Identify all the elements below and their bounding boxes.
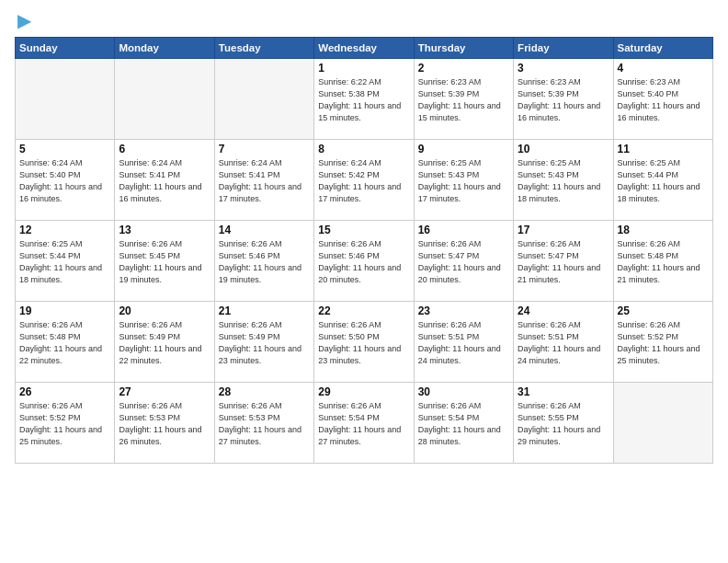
day-number: 14 bbox=[219, 224, 310, 236]
day-cell: 18Sunrise: 6:26 AM Sunset: 5:48 PM Dayli… bbox=[613, 221, 712, 302]
day-cell: 9Sunrise: 6:25 AM Sunset: 5:43 PM Daylig… bbox=[414, 140, 513, 221]
day-info: Sunrise: 6:25 AM Sunset: 5:43 PM Dayligh… bbox=[518, 157, 609, 205]
day-cell: 4Sunrise: 6:23 AM Sunset: 5:40 PM Daylig… bbox=[613, 59, 712, 140]
weekday-header-wednesday: Wednesday bbox=[314, 38, 414, 59]
day-info: Sunrise: 6:26 AM Sunset: 5:54 PM Dayligh… bbox=[318, 400, 409, 448]
day-info: Sunrise: 6:25 AM Sunset: 5:43 PM Dayligh… bbox=[418, 157, 509, 205]
day-info: Sunrise: 6:26 AM Sunset: 5:51 PM Dayligh… bbox=[518, 319, 609, 367]
day-cell: 28Sunrise: 6:26 AM Sunset: 5:53 PM Dayli… bbox=[214, 383, 313, 464]
day-number: 16 bbox=[418, 224, 509, 236]
day-info: Sunrise: 6:26 AM Sunset: 5:55 PM Dayligh… bbox=[518, 400, 609, 448]
day-info: Sunrise: 6:26 AM Sunset: 5:48 PM Dayligh… bbox=[618, 238, 709, 286]
day-number: 10 bbox=[518, 143, 609, 155]
day-cell: 29Sunrise: 6:26 AM Sunset: 5:54 PM Dayli… bbox=[314, 383, 414, 464]
day-number: 27 bbox=[119, 385, 210, 398]
day-info: Sunrise: 6:26 AM Sunset: 5:52 PM Dayligh… bbox=[618, 319, 709, 367]
header: ▶ bbox=[15, 9, 713, 31]
week-row-4: 19Sunrise: 6:26 AM Sunset: 5:48 PM Dayli… bbox=[16, 302, 713, 383]
day-info: Sunrise: 6:26 AM Sunset: 5:49 PM Dayligh… bbox=[119, 319, 210, 367]
weekday-header-monday: Monday bbox=[115, 38, 214, 59]
day-number: 18 bbox=[618, 224, 709, 236]
day-number: 22 bbox=[318, 304, 409, 317]
day-number: 4 bbox=[618, 62, 709, 75]
day-info: Sunrise: 6:26 AM Sunset: 5:51 PM Dayligh… bbox=[418, 319, 509, 367]
day-number: 26 bbox=[19, 385, 110, 398]
day-info: Sunrise: 6:23 AM Sunset: 5:39 PM Dayligh… bbox=[518, 76, 609, 124]
weekday-header-friday: Friday bbox=[514, 38, 613, 59]
day-number: 21 bbox=[219, 304, 310, 317]
weekday-header-row: SundayMondayTuesdayWednesdayThursdayFrid… bbox=[16, 38, 713, 59]
day-number: 5 bbox=[19, 143, 110, 155]
day-cell: 21Sunrise: 6:26 AM Sunset: 5:49 PM Dayli… bbox=[214, 302, 313, 383]
day-cell: 7Sunrise: 6:24 AM Sunset: 5:41 PM Daylig… bbox=[214, 140, 313, 221]
day-cell: 24Sunrise: 6:26 AM Sunset: 5:51 PM Dayli… bbox=[514, 302, 613, 383]
day-number: 29 bbox=[318, 385, 409, 398]
day-info: Sunrise: 6:26 AM Sunset: 5:46 PM Dayligh… bbox=[219, 238, 310, 286]
day-number: 6 bbox=[119, 143, 210, 155]
day-number: 3 bbox=[518, 62, 609, 75]
day-number: 17 bbox=[518, 224, 609, 236]
day-cell: 31Sunrise: 6:26 AM Sunset: 5:55 PM Dayli… bbox=[514, 383, 613, 464]
week-row-3: 12Sunrise: 6:25 AM Sunset: 5:44 PM Dayli… bbox=[16, 221, 713, 302]
day-info: Sunrise: 6:26 AM Sunset: 5:54 PM Dayligh… bbox=[418, 400, 509, 448]
day-cell: 20Sunrise: 6:26 AM Sunset: 5:49 PM Dayli… bbox=[115, 302, 214, 383]
day-number: 15 bbox=[318, 224, 409, 236]
day-info: Sunrise: 6:24 AM Sunset: 5:41 PM Dayligh… bbox=[119, 157, 210, 205]
day-number: 24 bbox=[518, 304, 609, 317]
day-info: Sunrise: 6:23 AM Sunset: 5:40 PM Dayligh… bbox=[618, 76, 709, 124]
day-number: 2 bbox=[418, 62, 509, 75]
day-cell: 16Sunrise: 6:26 AM Sunset: 5:47 PM Dayli… bbox=[414, 221, 513, 302]
week-row-1: 1Sunrise: 6:22 AM Sunset: 5:38 PM Daylig… bbox=[16, 59, 713, 140]
day-info: Sunrise: 6:24 AM Sunset: 5:41 PM Dayligh… bbox=[219, 157, 310, 205]
day-number: 25 bbox=[618, 304, 709, 317]
day-cell: 6Sunrise: 6:24 AM Sunset: 5:41 PM Daylig… bbox=[115, 140, 214, 221]
day-number: 30 bbox=[418, 385, 509, 398]
day-info: Sunrise: 6:26 AM Sunset: 5:53 PM Dayligh… bbox=[119, 400, 210, 448]
day-cell bbox=[214, 59, 313, 140]
day-cell: 26Sunrise: 6:26 AM Sunset: 5:52 PM Dayli… bbox=[16, 383, 115, 464]
logo-bird-icon: ▶ bbox=[17, 9, 31, 31]
day-number: 1 bbox=[318, 62, 409, 75]
day-info: Sunrise: 6:25 AM Sunset: 5:44 PM Dayligh… bbox=[618, 157, 709, 205]
day-number: 8 bbox=[318, 143, 409, 155]
day-info: Sunrise: 6:23 AM Sunset: 5:39 PM Dayligh… bbox=[418, 76, 509, 124]
day-cell: 30Sunrise: 6:26 AM Sunset: 5:54 PM Dayli… bbox=[414, 383, 513, 464]
day-cell: 19Sunrise: 6:26 AM Sunset: 5:48 PM Dayli… bbox=[16, 302, 115, 383]
day-cell bbox=[115, 59, 214, 140]
day-info: Sunrise: 6:26 AM Sunset: 5:52 PM Dayligh… bbox=[19, 400, 110, 448]
day-cell bbox=[16, 59, 115, 140]
logo: ▶ bbox=[15, 9, 31, 31]
day-cell: 1Sunrise: 6:22 AM Sunset: 5:38 PM Daylig… bbox=[314, 59, 414, 140]
day-cell: 11Sunrise: 6:25 AM Sunset: 5:44 PM Dayli… bbox=[613, 140, 712, 221]
day-info: Sunrise: 6:26 AM Sunset: 5:49 PM Dayligh… bbox=[219, 319, 310, 367]
day-number: 11 bbox=[618, 143, 709, 155]
day-info: Sunrise: 6:24 AM Sunset: 5:42 PM Dayligh… bbox=[318, 157, 409, 205]
day-cell: 10Sunrise: 6:25 AM Sunset: 5:43 PM Dayli… bbox=[514, 140, 613, 221]
day-info: Sunrise: 6:26 AM Sunset: 5:45 PM Dayligh… bbox=[119, 238, 210, 286]
day-info: Sunrise: 6:25 AM Sunset: 5:44 PM Dayligh… bbox=[19, 238, 110, 286]
day-info: Sunrise: 6:22 AM Sunset: 5:38 PM Dayligh… bbox=[318, 76, 409, 124]
day-info: Sunrise: 6:24 AM Sunset: 5:40 PM Dayligh… bbox=[19, 157, 110, 205]
day-number: 13 bbox=[119, 224, 210, 236]
day-cell: 5Sunrise: 6:24 AM Sunset: 5:40 PM Daylig… bbox=[16, 140, 115, 221]
calendar: SundayMondayTuesdayWednesdayThursdayFrid… bbox=[15, 37, 713, 464]
day-cell: 13Sunrise: 6:26 AM Sunset: 5:45 PM Dayli… bbox=[115, 221, 214, 302]
day-info: Sunrise: 6:26 AM Sunset: 5:48 PM Dayligh… bbox=[19, 319, 110, 367]
day-number: 23 bbox=[418, 304, 509, 317]
week-row-5: 26Sunrise: 6:26 AM Sunset: 5:52 PM Dayli… bbox=[16, 383, 713, 464]
day-cell: 12Sunrise: 6:25 AM Sunset: 5:44 PM Dayli… bbox=[16, 221, 115, 302]
day-cell: 14Sunrise: 6:26 AM Sunset: 5:46 PM Dayli… bbox=[214, 221, 313, 302]
day-cell: 3Sunrise: 6:23 AM Sunset: 5:39 PM Daylig… bbox=[514, 59, 613, 140]
day-cell: 8Sunrise: 6:24 AM Sunset: 5:42 PM Daylig… bbox=[314, 140, 414, 221]
day-number: 19 bbox=[19, 304, 110, 317]
day-info: Sunrise: 6:26 AM Sunset: 5:47 PM Dayligh… bbox=[518, 238, 609, 286]
weekday-header-saturday: Saturday bbox=[613, 38, 712, 59]
day-info: Sunrise: 6:26 AM Sunset: 5:46 PM Dayligh… bbox=[318, 238, 409, 286]
weekday-header-tuesday: Tuesday bbox=[214, 38, 313, 59]
day-number: 9 bbox=[418, 143, 509, 155]
day-number: 31 bbox=[518, 385, 609, 398]
day-cell: 25Sunrise: 6:26 AM Sunset: 5:52 PM Dayli… bbox=[613, 302, 712, 383]
weekday-header-sunday: Sunday bbox=[16, 38, 115, 59]
day-cell: 27Sunrise: 6:26 AM Sunset: 5:53 PM Dayli… bbox=[115, 383, 214, 464]
day-info: Sunrise: 6:26 AM Sunset: 5:50 PM Dayligh… bbox=[318, 319, 409, 367]
